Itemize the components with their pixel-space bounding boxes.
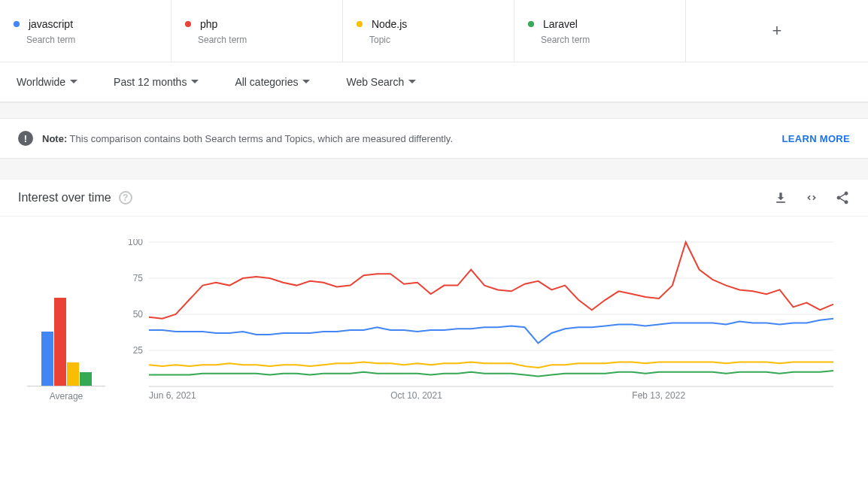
- svg-text:25: 25: [133, 345, 144, 356]
- filters-row: Worldwide Past 12 months All categories …: [0, 62, 868, 102]
- term-name: Node.js: [372, 18, 407, 30]
- chevron-down-icon: [191, 80, 199, 84]
- chevron-down-icon: [302, 80, 310, 84]
- avg-bar-nodejs: [67, 362, 79, 386]
- filter-category[interactable]: All categories: [235, 76, 310, 88]
- chevron-down-icon: [70, 80, 77, 84]
- series-nodejs: [149, 362, 833, 368]
- embed-icon[interactable]: [803, 190, 820, 205]
- panel-title: Interest over time: [18, 191, 111, 205]
- series-laravel: [149, 371, 833, 377]
- dot-icon: [528, 21, 534, 27]
- svg-text:50: 50: [133, 309, 144, 320]
- svg-text:Oct 10, 2021: Oct 10, 2021: [390, 390, 442, 401]
- compare-terms-row: javascript Search term php Search term N…: [0, 0, 868, 62]
- filter-time[interactable]: Past 12 months: [114, 76, 199, 88]
- average-label: Average: [14, 391, 119, 402]
- avg-bar-javascript: [41, 332, 53, 386]
- learn-more-link[interactable]: LEARN MORE: [782, 133, 850, 144]
- line-chart[interactable]: 255075100Jun 6, 2021Oct 10, 2021Feb 13, …: [119, 239, 854, 402]
- dot-icon: [185, 21, 191, 27]
- add-comparison-button[interactable]: +: [686, 0, 868, 62]
- note-bar: ! Note: This comparison contains both Se…: [0, 119, 868, 159]
- filter-label: Worldwide: [17, 76, 65, 88]
- panel-header: Interest over time ?: [0, 180, 868, 217]
- filter-label: Past 12 months: [114, 76, 187, 88]
- term-laravel[interactable]: Laravel Search term: [514, 0, 686, 62]
- term-name: Laravel: [543, 18, 578, 30]
- divider: [0, 102, 868, 119]
- note-text: Note: This comparison contains both Sear…: [42, 133, 453, 144]
- term-subtype: Topic: [369, 35, 500, 45]
- avg-bar-php: [54, 298, 66, 386]
- series-javascript: [149, 319, 833, 344]
- chart-area: Average 255075100Jun 6, 2021Oct 10, 2021…: [0, 217, 868, 409]
- download-icon[interactable]: [773, 190, 788, 205]
- svg-text:Feb 13, 2022: Feb 13, 2022: [632, 390, 685, 401]
- plus-icon: +: [772, 21, 782, 41]
- term-subtype: Search term: [198, 35, 329, 45]
- filter-label: All categories: [235, 76, 298, 88]
- term-nodejs[interactable]: Node.js Topic: [343, 0, 514, 62]
- filter-label: Web Search: [346, 76, 404, 88]
- dot-icon: [14, 21, 20, 27]
- filter-region[interactable]: Worldwide: [17, 76, 77, 88]
- share-icon[interactable]: [835, 190, 850, 205]
- svg-text:75: 75: [133, 273, 144, 283]
- interest-over-time-panel: Interest over time ? Average 255075100Ju…: [0, 180, 868, 409]
- svg-text:100: 100: [128, 239, 143, 247]
- series-php: [149, 242, 833, 319]
- avg-bar-laravel: [80, 372, 92, 386]
- svg-text:Jun 6, 2021: Jun 6, 2021: [149, 390, 196, 401]
- term-php[interactable]: php Search term: [171, 0, 343, 62]
- term-name: php: [200, 18, 217, 30]
- average-bars: Average: [14, 239, 119, 402]
- term-subtype: Search term: [541, 35, 672, 45]
- exclamation-icon: !: [18, 131, 33, 146]
- term-subtype: Search term: [26, 35, 157, 45]
- dot-icon: [357, 21, 363, 27]
- help-icon[interactable]: ?: [119, 191, 132, 205]
- term-name: javascript: [29, 18, 73, 30]
- filter-search-type[interactable]: Web Search: [346, 76, 416, 88]
- term-javascript[interactable]: javascript Search term: [0, 0, 171, 62]
- chevron-down-icon: [408, 80, 416, 84]
- divider: [0, 159, 868, 180]
